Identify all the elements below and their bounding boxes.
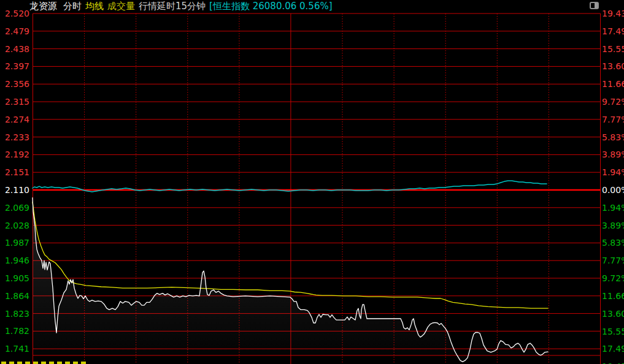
axis-label-left: 2.110: [0, 184, 29, 195]
axis-label-left: 2.192: [0, 149, 29, 160]
axis-label-left: 1.782: [0, 325, 29, 336]
axis-label-left: 2.397: [0, 61, 29, 72]
axis-label-right: 7.77%: [602, 114, 624, 125]
stock-name: 龙资源: [29, 1, 57, 12]
axis-label-right: 15.55%: [602, 44, 624, 55]
axis-label-left: 2.274: [0, 114, 29, 125]
axis-label-right: 3.89%: [602, 149, 624, 160]
tab-intraday[interactable]: 分时: [63, 1, 82, 12]
axis-label-left: 2.028: [0, 220, 29, 231]
axis-label-right: 17.49%: [602, 26, 624, 37]
axis-label-right: 1.94%: [602, 167, 624, 178]
clipped-volume-pane-text: [73, 362, 78, 364]
clipped-volume-pane-text: [57, 362, 62, 364]
axis-label-left: 2.069: [0, 202, 29, 213]
delay-notice: 行情延时15分钟: [139, 1, 206, 12]
clipped-volume-pane-text: [41, 362, 46, 364]
axis-label-right: 11.66%: [602, 78, 624, 89]
axis-label-left: 1.864: [0, 290, 29, 301]
axis-label-left: 1.741: [0, 343, 29, 354]
clipped-volume-pane-text: [17, 362, 22, 364]
clipped-volume-pane-text: [9, 362, 14, 364]
intraday-chart-screen: 龙资源 分时 均线 成交量 行情延时15分钟 [恒生指数 26080.06 0.…: [0, 0, 624, 364]
clipped-volume-pane-text: [81, 362, 86, 364]
axis-label-left: 1.946: [0, 255, 29, 266]
axis-label-left: 1.823: [0, 308, 29, 319]
tab-volume[interactable]: 成交量: [107, 1, 135, 12]
axis-label-left: 1.987: [0, 237, 29, 248]
axis-label-right: 5.83%: [602, 132, 624, 143]
axis-label-right: 13.60%: [602, 61, 624, 72]
axis-label-right: 7.77%: [602, 255, 624, 266]
avg-line: [33, 202, 548, 309]
axis-label-right: 9.72%: [602, 273, 624, 284]
axis-label-left: 2.151: [0, 167, 29, 178]
clipped-volume-pane-text: [1, 362, 6, 364]
clipped-volume-pane-text: [65, 362, 70, 364]
tab-moving-average[interactable]: 均线: [85, 1, 104, 12]
axis-label-right: 15.55%: [602, 326, 624, 337]
axis-label-right: 19.43%: [602, 361, 624, 364]
clipped-volume-pane-text: [49, 362, 54, 364]
axis-label-left: 2.479: [0, 26, 29, 37]
intraday-chart: [0, 0, 624, 364]
axis-label-right: 17.49%: [602, 343, 624, 354]
axis-label-right: 1.94%: [602, 202, 624, 213]
panel-toggle-icon[interactable]: [590, 2, 599, 9]
axis-label-right: 3.89%: [602, 220, 624, 231]
axis-label-right: 13.60%: [602, 308, 624, 319]
hang-seng-index-quote[interactable]: [恒生指数 26080.06 0.56%]: [209, 1, 332, 12]
axis-label-right: 0.00%: [602, 184, 624, 195]
axis-label-left: 2.315: [0, 96, 29, 107]
axis-label-left: 2.438: [0, 44, 29, 55]
axis-label-left: 2.356: [0, 78, 29, 89]
clipped-volume-pane-text: [25, 362, 30, 364]
axis-label-right: 9.72%: [602, 96, 624, 107]
axis-label-right: 11.66%: [602, 290, 624, 301]
axis-label-left: 2.233: [0, 132, 29, 143]
axis-label-left: 1.905: [0, 273, 29, 284]
axis-label-right: 5.83%: [602, 237, 624, 248]
clipped-volume-pane-text: [33, 362, 38, 364]
price-fill: [33, 198, 548, 362]
chart-header: 龙资源 分时 均线 成交量 行情延时15分钟 [恒生指数 26080.06 0.…: [0, 0, 624, 12]
